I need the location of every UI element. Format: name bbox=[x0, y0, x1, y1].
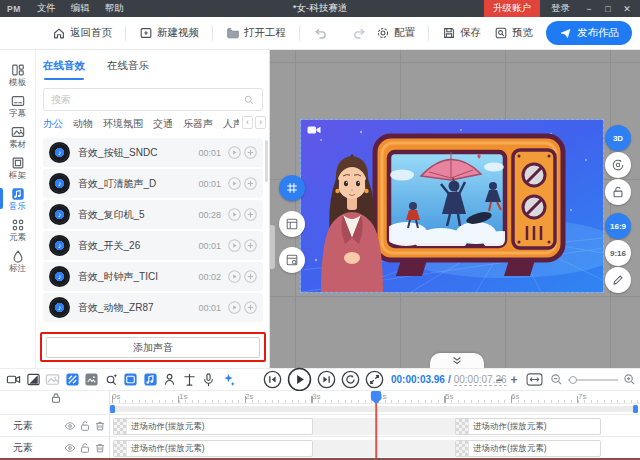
unlock-icon[interactable] bbox=[79, 442, 91, 454]
play-sound-button[interactable] bbox=[228, 208, 241, 221]
add-sound-to-track-button[interactable] bbox=[244, 208, 257, 221]
view-3d-button[interactable]: 3D bbox=[605, 125, 631, 151]
add-sound-to-track-button[interactable] bbox=[244, 270, 257, 283]
fit-timeline-icon[interactable] bbox=[526, 373, 543, 386]
minimize-icon[interactable]: − bbox=[584, 4, 594, 14]
panel-tab[interactable]: 在线音乐 bbox=[107, 59, 149, 80]
sound-effect-row[interactable]: ♪ 音效_动物_ZR87 00:01 bbox=[43, 293, 263, 322]
sound-effect-row[interactable]: ♪ 音效_按钮_SNDC 00:01 bbox=[43, 138, 263, 167]
sidebar-item[interactable]: 字幕 bbox=[0, 90, 35, 121]
magic-search-icon[interactable] bbox=[104, 372, 119, 387]
fullscreen-button[interactable] bbox=[365, 370, 384, 389]
upgrade-account-button[interactable]: 升级账户 bbox=[484, 0, 540, 17]
layout-panel-button[interactable] bbox=[279, 211, 305, 237]
category-tab[interactable]: 乐器声 bbox=[183, 117, 213, 131]
lock-all-icon[interactable] bbox=[50, 392, 62, 404]
skip-to-start-button[interactable] bbox=[263, 370, 282, 389]
panel-collapse-handle[interactable] bbox=[270, 225, 275, 269]
play-sound-button[interactable] bbox=[228, 177, 241, 190]
ratio-9-16-button[interactable]: 9:16 bbox=[605, 240, 631, 266]
panel-tab[interactable]: 在线音效 bbox=[43, 59, 85, 80]
zoom-in-icon[interactable] bbox=[623, 373, 636, 386]
play-button[interactable] bbox=[287, 367, 312, 392]
slider-knob[interactable] bbox=[569, 376, 577, 384]
grid-toggle-button[interactable] bbox=[279, 175, 305, 201]
visibility-icon[interactable] bbox=[64, 420, 76, 432]
config-button[interactable]: 配置 bbox=[376, 26, 415, 40]
lock-canvas-button[interactable] bbox=[605, 179, 631, 205]
scene-blue-icon[interactable] bbox=[65, 372, 80, 387]
sidebar-item[interactable]: 框架 bbox=[0, 152, 35, 183]
character-icon[interactable] bbox=[162, 372, 177, 387]
add-sound-to-track-button[interactable] bbox=[244, 239, 257, 252]
add-sound-to-track-button[interactable] bbox=[244, 301, 257, 314]
publish-button[interactable]: 发布作品 bbox=[546, 21, 632, 45]
stage[interactable] bbox=[301, 120, 603, 292]
category-tab[interactable]: 环境氛围 bbox=[103, 117, 143, 131]
layout-settings-button[interactable] bbox=[279, 247, 305, 273]
sidebar-item[interactable]: 素材 bbox=[0, 121, 35, 152]
sound-effect-row[interactable]: ♪ 音效_叮清脆声_D 00:01 bbox=[43, 169, 263, 198]
decrease-duration-button[interactable]: − bbox=[494, 373, 504, 387]
add-sound-button[interactable]: 添加声音 bbox=[46, 337, 260, 358]
save-button[interactable]: 保存 bbox=[442, 26, 481, 40]
chevron-left-icon[interactable]: ‹ bbox=[242, 116, 253, 129]
scroll-handle-left[interactable] bbox=[110, 405, 115, 413]
sidebar-item[interactable]: 标注 bbox=[0, 245, 35, 276]
panel-scrollbar[interactable] bbox=[265, 140, 268, 182]
effects-blue-icon[interactable] bbox=[221, 372, 236, 387]
skip-to-end-button[interactable] bbox=[317, 370, 336, 389]
preview-button[interactable]: 预览 bbox=[494, 26, 533, 40]
edit-canvas-button[interactable] bbox=[605, 267, 631, 293]
sidebar-item[interactable]: 音乐 bbox=[0, 183, 35, 214]
increase-duration-button[interactable]: + bbox=[509, 373, 519, 387]
unlock-icon[interactable] bbox=[79, 420, 91, 432]
sound-effect-row[interactable]: ♪ 音效_复印机_5 00:28 bbox=[43, 200, 263, 229]
delete-icon[interactable] bbox=[94, 420, 106, 432]
timeline-scrollbar[interactable] bbox=[110, 406, 638, 412]
voice-stand-icon[interactable] bbox=[182, 372, 197, 387]
play-sound-button[interactable] bbox=[228, 270, 241, 283]
open-project-button[interactable]: 打开工程 bbox=[226, 26, 286, 40]
timeline-clip[interactable]: 进场动作(摆放元素) bbox=[455, 440, 601, 457]
menu-item[interactable]: 编辑 bbox=[71, 2, 90, 15]
image-pale-icon[interactable] bbox=[45, 372, 60, 387]
timeline-clip[interactable]: 进场动作(摆放元素) bbox=[113, 440, 313, 457]
transition-icon[interactable] bbox=[26, 372, 41, 387]
undo-button[interactable] bbox=[313, 26, 328, 41]
delete-icon[interactable] bbox=[94, 442, 106, 454]
new-video-button[interactable]: 新建视频 bbox=[139, 26, 199, 40]
sidebar-item[interactable]: 元素 bbox=[0, 214, 35, 245]
music-blue-icon[interactable] bbox=[143, 372, 158, 387]
rotate-view-button[interactable] bbox=[605, 152, 631, 178]
timeline-clip[interactable]: 进场动作(摆放元素) bbox=[113, 418, 313, 435]
play-sound-button[interactable] bbox=[228, 239, 241, 252]
category-tab[interactable]: 办公 bbox=[43, 117, 63, 131]
timeline-zoom-slider[interactable] bbox=[568, 373, 618, 387]
play-sound-button[interactable] bbox=[228, 146, 241, 159]
category-tab[interactable]: 动物 bbox=[73, 117, 93, 131]
menu-item[interactable]: 文件 bbox=[37, 2, 56, 15]
zoom-out-icon[interactable] bbox=[550, 373, 563, 386]
timeline-collapse-tab[interactable] bbox=[430, 353, 484, 368]
visibility-icon[interactable] bbox=[64, 442, 76, 454]
add-sound-to-track-button[interactable] bbox=[244, 177, 257, 190]
close-icon[interactable]: ✕ bbox=[622, 4, 632, 14]
add-sound-to-track-button[interactable] bbox=[244, 146, 257, 159]
back-home-button[interactable]: 返回首页 bbox=[52, 26, 112, 40]
login-button[interactable]: 登录 bbox=[551, 2, 570, 15]
sound-effect-row[interactable]: ♪ 音效_时钟声_TICI 00:02 bbox=[43, 262, 263, 291]
loop-button[interactable] bbox=[341, 370, 360, 389]
sound-effect-row[interactable]: ♪ 音效_开关_26 00:01 bbox=[43, 231, 263, 260]
subtitle-blue-icon[interactable] bbox=[123, 372, 138, 387]
redo-button[interactable] bbox=[352, 26, 367, 41]
ratio-16-9-button[interactable]: 16:9 bbox=[605, 213, 631, 239]
video-camera-icon[interactable] bbox=[6, 372, 21, 387]
menu-item[interactable]: 帮助 bbox=[105, 2, 124, 15]
chevron-right-icon[interactable]: › bbox=[255, 116, 266, 129]
category-tab[interactable]: 交通 bbox=[153, 117, 173, 131]
scroll-handle-right[interactable] bbox=[633, 405, 638, 413]
maximize-icon[interactable]: □ bbox=[603, 4, 613, 14]
timeline-clip[interactable]: 进场动作(摆放元素) bbox=[455, 418, 601, 435]
play-sound-button[interactable] bbox=[228, 301, 241, 314]
